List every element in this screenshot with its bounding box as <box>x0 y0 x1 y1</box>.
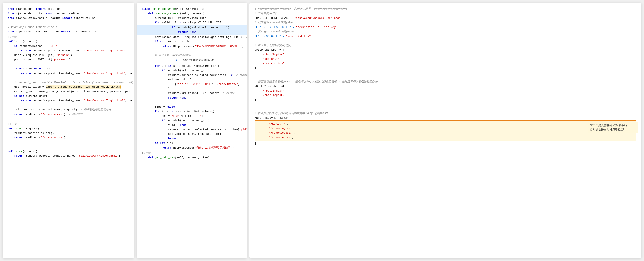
right-orange-code: '/admin/.*', '/rbac/login/', '/rbac/logo… <box>257 122 634 140</box>
left-code-3: def logout(request): request.session.del… <box>2 126 134 158</box>
section-label-2: 1个用法 <box>2 121 134 126</box>
middle-code-4: def get_path_nav(self, request, item):..… <box>136 155 247 160</box>
middle-code-blue: if re.match(valid_url, current_url): ret… <box>146 25 242 34</box>
section-label-mid: 1个用法 <box>136 150 247 155</box>
middle-code-2: permission_dict = request.session.get(se… <box>136 35 247 58</box>
right-annotation: 它三个是无需存到 权限表中的!!自动发现路由时可忽略它三! <box>590 124 628 131</box>
right-code-end: ] <box>250 141 642 146</box>
section-label-1: 1个用法 <box>2 34 134 39</box>
left-code-2: def login(request): if request.method ==… <box>2 39 134 121</box>
right-panel: # #################### 权限相关配置 ##########… <box>250 2 642 259</box>
left-code: from django.conf import settings from dj… <box>2 7 134 34</box>
left-panel: from django.conf import settings from dj… <box>2 2 134 259</box>
middle-code-3: for url in settings.NO_PERMISSION_LIST: … <box>136 64 247 150</box>
middle-code: class RbacMiddleware(MiddlewareMixin): d… <box>136 7 247 25</box>
right-code: # #################### 权限相关配置 ##########… <box>250 7 642 120</box>
middle-panel: class RbacMiddleware(MiddlewareMixin): d… <box>136 2 247 259</box>
